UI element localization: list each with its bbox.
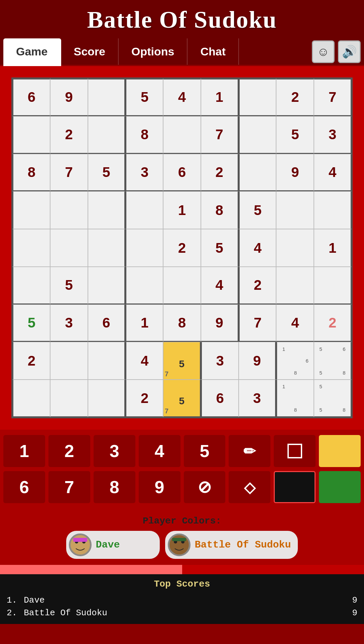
cell-5-4[interactable] (163, 267, 201, 304)
cell-1-3[interactable]: 8 (125, 116, 163, 154)
tab-options[interactable]: Options (119, 38, 188, 65)
cell-4-1[interactable] (50, 229, 88, 267)
cell-6-4[interactable]: 8 (163, 304, 201, 342)
cell-0-6[interactable] (239, 78, 276, 116)
cell-0-5[interactable]: 1 (201, 78, 239, 116)
color-green-button[interactable] (319, 471, 361, 503)
cell-6-2[interactable]: 6 (88, 304, 126, 342)
cell-5-5[interactable]: 4 (201, 267, 239, 304)
cell-7-6[interactable]: 9 (239, 342, 276, 380)
cell-8-5[interactable]: 6 (201, 380, 239, 417)
cell-1-4[interactable] (163, 116, 201, 154)
tab-game[interactable]: Game (3, 38, 61, 66)
cell-2-8[interactable]: 4 (314, 154, 352, 192)
cell-4-3[interactable] (125, 229, 163, 267)
delete-button[interactable]: ⊘ (184, 471, 226, 503)
cell-8-7[interactable]: 1 8 (276, 380, 314, 417)
cell-6-6[interactable]: 7 (239, 304, 276, 342)
num-2-button[interactable]: 2 (48, 435, 90, 467)
cell-2-3[interactable]: 3 (125, 154, 163, 192)
cell-3-4[interactable]: 1 (163, 191, 201, 229)
cell-4-2[interactable] (88, 229, 126, 267)
cell-7-2[interactable] (88, 342, 126, 380)
cell-5-8[interactable] (314, 267, 352, 304)
cell-4-7[interactable] (276, 229, 314, 267)
cell-3-2[interactable] (88, 191, 126, 229)
cell-6-7[interactable]: 4 (276, 304, 314, 342)
cell-7-0[interactable]: 2 (12, 342, 50, 380)
erase-button[interactable] (274, 435, 316, 467)
cell-0-8[interactable]: 7 (314, 78, 352, 116)
cell-8-0[interactable] (12, 380, 50, 417)
cell-2-4[interactable]: 6 (163, 154, 201, 192)
emoji-button[interactable]: ☺ (312, 40, 335, 63)
cell-8-6[interactable]: 3 (239, 380, 276, 417)
cell-2-6[interactable] (239, 154, 276, 192)
cell-2-0[interactable]: 8 (12, 154, 50, 192)
cell-4-6[interactable]: 4 (239, 229, 276, 267)
cell-4-4[interactable]: 2 (163, 229, 201, 267)
num-1-button[interactable]: 1 (3, 435, 45, 467)
cell-5-2[interactable] (88, 267, 126, 304)
cell-3-5[interactable]: 8 (201, 191, 239, 229)
cell-5-6[interactable]: 2 (239, 267, 276, 304)
cell-1-5[interactable]: 7 (201, 116, 239, 154)
cell-5-7[interactable] (276, 267, 314, 304)
cell-1-7[interactable]: 5 (276, 116, 314, 154)
cell-8-2[interactable] (88, 380, 126, 417)
cell-3-3[interactable] (125, 191, 163, 229)
cell-6-1[interactable]: 3 (50, 304, 88, 342)
cell-2-2[interactable]: 5 (88, 154, 126, 192)
cell-7-7[interactable]: 1 6 8 (276, 342, 314, 380)
cell-4-5[interactable]: 5 (201, 229, 239, 267)
cell-7-5[interactable]: 3 (201, 342, 239, 380)
cell-0-3[interactable]: 5 (125, 78, 163, 116)
cell-0-7[interactable]: 2 (276, 78, 314, 116)
num-5-button[interactable]: 5 (184, 435, 226, 467)
sound-button[interactable]: 🔊 (338, 40, 361, 63)
cell-7-4[interactable]: 5 7 (163, 342, 201, 380)
cell-3-8[interactable] (314, 191, 352, 229)
cell-8-8[interactable]: 5 5 8 (314, 380, 352, 417)
cell-7-8[interactable]: 5 6 5 8 (314, 342, 352, 380)
cell-7-3[interactable]: 4 (125, 342, 163, 380)
cell-8-3[interactable]: 2 (125, 380, 163, 417)
cell-2-5[interactable]: 2 (201, 154, 239, 192)
cell-6-0[interactable]: 5 (12, 304, 50, 342)
fill-button[interactable]: ◇ (229, 471, 270, 503)
num-6-button[interactable]: 6 (3, 471, 45, 503)
cell-5-3[interactable] (125, 267, 163, 304)
pencil-button[interactable]: ✏ (229, 435, 270, 467)
cell-5-0[interactable] (12, 267, 50, 304)
cell-2-1[interactable]: 7 (50, 154, 88, 192)
cell-4-8[interactable]: 1 (314, 229, 352, 267)
cell-0-0[interactable]: 6 (12, 78, 50, 116)
cell-4-0[interactable] (12, 229, 50, 267)
cell-1-0[interactable] (12, 116, 50, 154)
cell-3-0[interactable] (12, 191, 50, 229)
num-9-button[interactable]: 9 (139, 471, 180, 503)
cell-6-5[interactable]: 9 (201, 304, 239, 342)
cell-5-1[interactable]: 5 (50, 267, 88, 304)
cell-1-6[interactable] (239, 116, 276, 154)
cell-3-1[interactable] (50, 191, 88, 229)
cell-3-7[interactable] (276, 191, 314, 229)
cell-8-4[interactable]: 5 7 (163, 380, 201, 417)
cell-2-7[interactable]: 9 (276, 154, 314, 192)
cell-3-6[interactable]: 5 (239, 191, 276, 229)
num-4-button[interactable]: 4 (139, 435, 180, 467)
cell-0-2[interactable] (88, 78, 126, 116)
cell-1-2[interactable] (88, 116, 126, 154)
cell-6-8[interactable]: 2 (314, 304, 352, 342)
cell-6-3[interactable]: 1 (125, 304, 163, 342)
num-8-button[interactable]: 8 (94, 471, 135, 503)
color-yellow-button[interactable] (319, 435, 361, 467)
cell-1-1[interactable]: 2 (50, 116, 88, 154)
cell-8-1[interactable] (50, 380, 88, 417)
num-3-button[interactable]: 3 (94, 435, 135, 467)
num-7-button[interactable]: 7 (48, 471, 90, 503)
cell-0-4[interactable]: 4 (163, 78, 201, 116)
tab-chat[interactable]: Chat (188, 38, 239, 65)
tab-score[interactable]: Score (61, 38, 119, 65)
color-black-button[interactable] (274, 471, 316, 503)
